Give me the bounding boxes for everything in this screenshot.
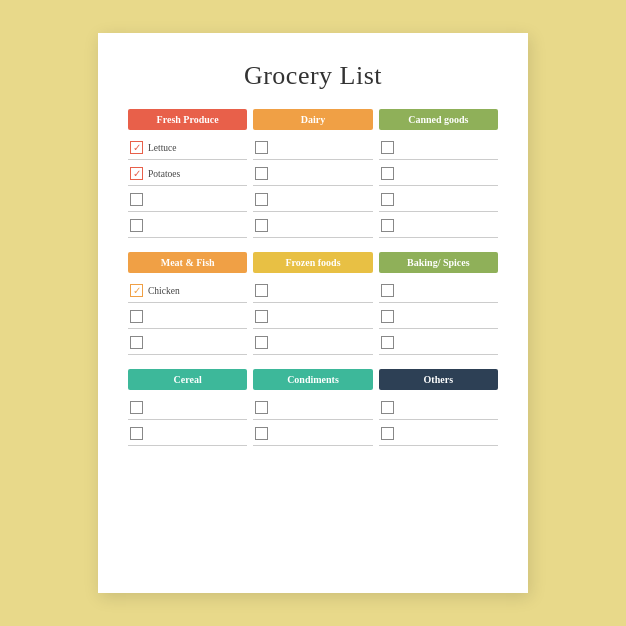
checkbox[interactable] [255,141,268,154]
section-2-col-3 [379,277,498,355]
list-row[interactable] [253,394,372,420]
checkbox[interactable] [130,310,143,323]
list-row[interactable] [128,394,247,420]
list-row[interactable] [128,186,247,212]
list-row[interactable] [379,134,498,160]
checkbox[interactable] [255,336,268,349]
list-row[interactable] [379,160,498,186]
checkbox[interactable] [255,167,268,180]
section-1-header-1: Fresh Produce [128,109,247,130]
checkbox[interactable] [381,141,394,154]
list-row[interactable] [253,186,372,212]
section-3-headers: CerealCondimentsOthers [128,369,498,390]
section-2-header-2: Frozen foods [253,252,372,273]
section-2-rows: ✓Chicken [128,277,498,355]
list-row[interactable] [379,329,498,355]
checkbox[interactable] [130,401,143,414]
checkbox[interactable]: ✓ [130,167,143,180]
list-row[interactable] [253,329,372,355]
list-row[interactable] [253,134,372,160]
checkbox[interactable] [255,193,268,206]
section-2-col-2 [253,277,372,355]
list-row[interactable] [379,212,498,238]
checkbox[interactable] [381,310,394,323]
section-3-rows [128,394,498,446]
checkbox[interactable] [255,284,268,297]
checkbox[interactable] [381,219,394,232]
section-3-header-1: Cereal [128,369,247,390]
section-1-col-3 [379,134,498,238]
checkbox[interactable] [381,284,394,297]
checkbox[interactable] [130,336,143,349]
row-label: Lettuce [148,143,176,153]
list-row[interactable] [128,420,247,446]
list-row[interactable] [253,160,372,186]
section-3-col-2 [253,394,372,446]
checkbox[interactable] [381,427,394,440]
checkbox[interactable] [381,193,394,206]
list-row[interactable] [379,186,498,212]
section-3-header-2: Condiments [253,369,372,390]
section-1-header-2: Dairy [253,109,372,130]
section-1-headers: Fresh ProduceDairyCanned goods [128,109,498,130]
row-label: Chicken [148,286,180,296]
section-3-col-1 [128,394,247,446]
list-row[interactable] [253,420,372,446]
section-3-header-3: Others [379,369,498,390]
section-1-col-1: ✓Lettuce✓Potatoes [128,134,247,238]
row-label: Potatoes [148,169,180,179]
checkbox[interactable] [130,219,143,232]
checkbox[interactable]: ✓ [130,284,143,297]
section-2-header-3: Baking/ Spices [379,252,498,273]
list-row[interactable] [379,277,498,303]
section-2-col-1: ✓Chicken [128,277,247,355]
list-row[interactable] [379,420,498,446]
section-3: CerealCondimentsOthers [128,369,498,446]
section-1-header-3: Canned goods [379,109,498,130]
section-2-headers: Meat & FishFrozen foodsBaking/ Spices [128,252,498,273]
list-row[interactable] [379,303,498,329]
list-row[interactable] [253,277,372,303]
list-row[interactable] [253,212,372,238]
checkbox[interactable] [130,193,143,206]
checkbox[interactable] [255,427,268,440]
checkbox[interactable] [255,219,268,232]
list-row[interactable] [128,212,247,238]
page-title: Grocery List [128,61,498,91]
list-row[interactable] [253,303,372,329]
checkbox[interactable]: ✓ [130,141,143,154]
section-1-rows: ✓Lettuce✓Potatoes [128,134,498,238]
section-2-header-1: Meat & Fish [128,252,247,273]
list-row[interactable]: ✓Chicken [128,277,247,303]
checkbox[interactable] [255,401,268,414]
list-row[interactable] [128,303,247,329]
checkbox[interactable] [381,167,394,180]
list-row[interactable] [379,394,498,420]
checkbox[interactable] [381,401,394,414]
section-1: Fresh ProduceDairyCanned goods✓Lettuce✓P… [128,109,498,238]
checkbox[interactable] [381,336,394,349]
list-row[interactable] [128,329,247,355]
checkbox[interactable] [255,310,268,323]
checkbox[interactable] [130,427,143,440]
section-3-col-3 [379,394,498,446]
list-row[interactable]: ✓Potatoes [128,160,247,186]
section-2: Meat & FishFrozen foodsBaking/ Spices✓Ch… [128,252,498,355]
list-row[interactable]: ✓Lettuce [128,134,247,160]
section-1-col-2 [253,134,372,238]
grocery-list-paper: Grocery List Fresh ProduceDairyCanned go… [98,33,528,593]
